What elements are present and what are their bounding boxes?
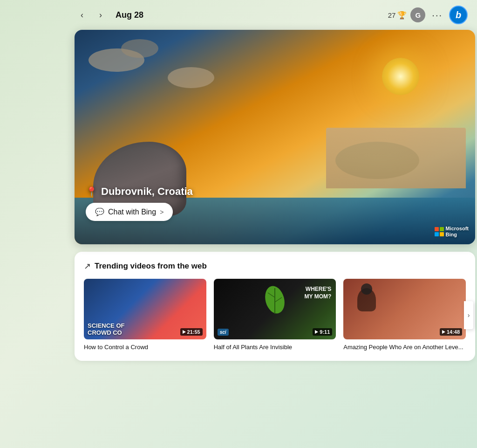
- trending-icon: ↗: [84, 261, 91, 271]
- more-button[interactable]: ···: [429, 8, 445, 22]
- video-title-3: Amazing People Who Are on Another Leve..…: [343, 343, 466, 352]
- location-text: Dubrovnik, Croatia: [101, 186, 193, 198]
- chat-with-bing-button[interactable]: 💬 Chat with Bing >: [86, 203, 173, 221]
- forward-button[interactable]: ›: [93, 7, 108, 22]
- play-icon-2: [315, 330, 318, 334]
- ms-blue-square: [435, 232, 439, 236]
- bing-icon: b: [456, 10, 461, 21]
- video-title-1: How to Control a Crowd: [84, 343, 206, 352]
- video-card-3[interactable]: 14:48 Amazing People Who Are on Another …: [343, 279, 466, 352]
- video-thumb-2: WHERE'SMY MOM? sci 9:11: [214, 279, 336, 339]
- play-icon-1: [183, 330, 186, 334]
- chat-icon: 💬: [95, 207, 104, 216]
- chat-label: Chat with Bing: [108, 208, 156, 216]
- hero-card: 📍 Dubrovnik, Croatia 💬 Chat with Bing > …: [75, 30, 475, 244]
- ms-red-square: [435, 227, 439, 231]
- score-count: 27 🏆: [388, 11, 407, 20]
- bing-button[interactable]: b: [449, 6, 468, 24]
- video-duration-3: 14:48: [440, 328, 462, 336]
- video-thumb-3: 14:48: [343, 279, 466, 339]
- trending-header: ↗ Trending videos from the web: [84, 261, 466, 271]
- video-title-2: Half of All Plants Are Invisible: [214, 343, 336, 352]
- back-button[interactable]: ‹: [75, 7, 89, 22]
- videos-grid: SCIENCE OFCROWD CO 21:55 How to Control …: [84, 279, 466, 352]
- count-number: 27: [388, 11, 396, 19]
- bing-text: Bing: [446, 232, 469, 238]
- sci-badge: sci: [218, 329, 229, 336]
- scroll-right-button[interactable]: ›: [464, 301, 473, 329]
- ms-green-square: [440, 227, 444, 231]
- cloud-decoration: [168, 67, 214, 88]
- location-badge: 📍 Dubrovnik, Croatia: [86, 186, 193, 198]
- video-duration-2: 9:11: [313, 328, 332, 336]
- play-icon-3: [442, 330, 445, 334]
- video-duration-1: 21:55: [180, 328, 203, 336]
- chat-arrow-icon: >: [160, 208, 164, 216]
- buildings-decoration: [326, 128, 466, 188]
- topbar: ‹ › Aug 28 27 🏆 G ··· b: [0, 0, 477, 30]
- leaf-decoration: [261, 283, 289, 316]
- ms-bing-text: Microsoft Bing: [446, 226, 469, 238]
- video-thumb-1: SCIENCE OFCROWD CO 21:55: [84, 279, 206, 339]
- avatar-button[interactable]: G: [410, 7, 425, 22]
- trending-title: Trending videos from the web: [95, 262, 207, 271]
- microsoft-text: Microsoft: [446, 226, 469, 232]
- video-card-1[interactable]: SCIENCE OFCROWD CO 21:55 How to Control …: [84, 279, 206, 352]
- video-card-2[interactable]: WHERE'SMY MOM? sci 9:11 Half of All Plan…: [214, 279, 336, 352]
- microsoft-logo: [435, 227, 444, 236]
- trending-section: ↗ Trending videos from the web SCIENCE O…: [75, 252, 475, 361]
- main-content: 📍 Dubrovnik, Croatia 💬 Chat with Bing > …: [0, 30, 477, 361]
- video-label-1: SCIENCE OFCROWD CO: [84, 319, 128, 339]
- where-text: WHERE'SMY MOM?: [305, 286, 332, 300]
- trophy-icon: 🏆: [397, 11, 407, 20]
- sun-decoration: [382, 58, 419, 95]
- cloud-decoration: [121, 39, 158, 58]
- pin-icon: 📍: [86, 186, 97, 197]
- ms-yellow-square: [440, 232, 444, 236]
- microsoft-bing-badge: Microsoft Bing: [435, 226, 469, 238]
- date-label: Aug 28: [116, 10, 143, 20]
